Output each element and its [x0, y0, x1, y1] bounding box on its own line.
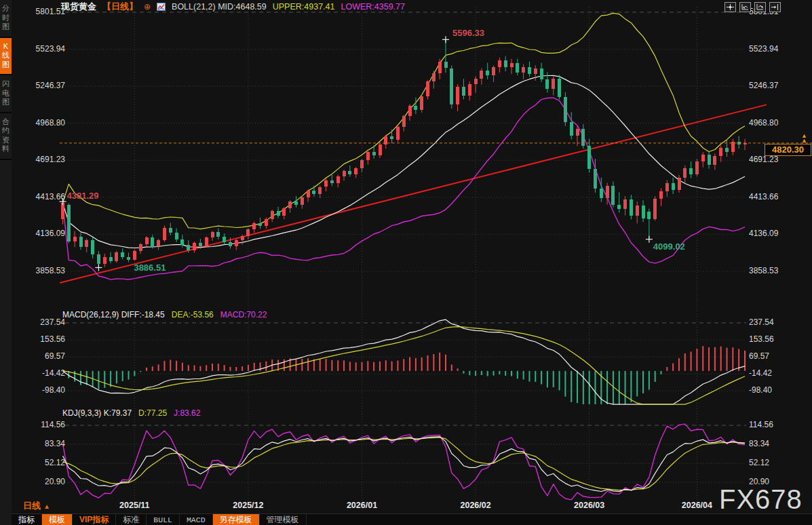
kdj-panel-header: KDJ(9,3,3) K:79.37 D:77.25 J:83.62 — [62, 408, 200, 418]
jump-to-latest-icon[interactable] — [769, 2, 781, 12]
bull-button[interactable]: BULL — [147, 514, 180, 525]
macd-button[interactable]: MACD — [180, 514, 213, 525]
macd-macd-label: MACD:70.22 — [220, 310, 267, 319]
trading-app-window: 5801.515523.945246.374968.804691.234413.… — [0, 0, 812, 525]
chevron-up-icon: ▲ — [43, 503, 50, 510]
save-template-button[interactable]: 另存模板 — [213, 514, 260, 525]
symbol-title: 现货黄金 — [61, 1, 96, 13]
sidebar-tab-flash-chart[interactable]: 闪电图 — [0, 75, 12, 113]
sidebar-tab-time-share-chart[interactable]: 分时图 — [0, 0, 12, 38]
sidebar-tab-contract-info[interactable]: 合约资料 — [0, 113, 12, 160]
kdj-d-label: D:77.25 — [138, 408, 167, 418]
period-tag: 【日线】 — [102, 1, 138, 13]
template-button[interactable]: 模板 — [42, 514, 73, 525]
chart-canvas[interactable] — [0, 0, 812, 525]
chart-tool-buttons — [724, 2, 781, 12]
add-indicator-icon[interactable]: ⊕ — [144, 2, 151, 12]
macd-diff-label: MACD(26,12,9) DIFF:-18.45 — [62, 310, 165, 319]
manage-template-button[interactable]: 管理模板 — [260, 514, 307, 525]
axis-zoom-out-icon[interactable] — [754, 2, 766, 12]
vip-indicator-button[interactable]: VIP指标 — [73, 514, 116, 525]
period-selector[interactable]: 日线▲ — [23, 500, 50, 512]
boll-upper-label: UPPER:4937.41 — [273, 2, 335, 12]
last-price-tag: 4820.30 — [765, 144, 811, 156]
price-up-arrows-icon: ▲▲ — [801, 134, 807, 143]
mini-chart-icon[interactable] — [157, 3, 166, 11]
period-label: 日线 — [23, 501, 41, 511]
sidebar-chart-tabs: 分时图K线图闪电图合约资料 — [0, 0, 12, 525]
crosshair-icon[interactable] — [724, 2, 736, 12]
chart-header: 现货黄金 【日线】 ⊕ BOLL(21,2) MID:4648.59 UPPER… — [61, 1, 405, 12]
indicator-button[interactable]: 指标 — [12, 514, 42, 525]
macd-dea-label: DEA:-53.56 — [172, 310, 214, 319]
macd-panel-header: MACD(26,12,9) DIFF:-18.45 DEA:-53.56 MAC… — [62, 310, 267, 319]
sidebar-tab-kline-chart[interactable]: K线图 — [0, 38, 12, 76]
bottom-toolbar: 指标模板VIP指标标准BULLMACD另存模板管理模板 — [12, 513, 812, 525]
site-watermark: FX678 — [719, 484, 803, 515]
standard-button[interactable]: 标准 — [116, 514, 147, 525]
kdj-j-label: J:83.62 — [174, 408, 200, 418]
axis-zoom-in-icon[interactable] — [739, 2, 751, 12]
kdj-k-label: KDJ(9,3,3) K:79.37 — [62, 408, 132, 418]
boll-lower-label: LOWER:4359.77 — [341, 2, 405, 12]
boll-indicator-label: BOLL(21,2) MID:4648.59 — [172, 2, 267, 12]
